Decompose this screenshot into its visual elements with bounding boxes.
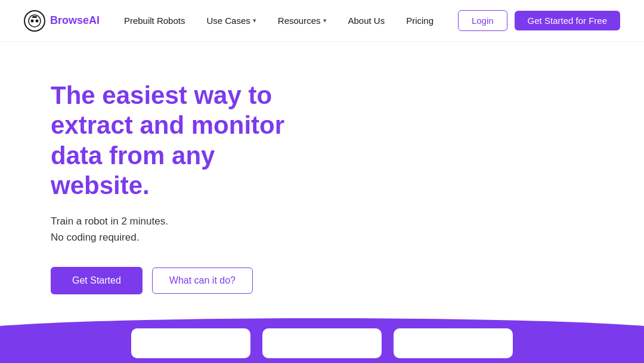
what-can-it-do-button[interactable]: What can it do? xyxy=(152,267,253,294)
purple-section: What your robot can do for you xyxy=(0,312,644,363)
nav-links: Prebuilt Robots Use Cases ▾ Resources ▾ … xyxy=(116,11,442,30)
nav-actions: Login Get Started for Free xyxy=(458,10,620,31)
logo-text: BrowseAI xyxy=(50,14,100,27)
svg-rect-4 xyxy=(32,16,37,18)
logo-icon xyxy=(24,10,45,32)
login-button[interactable]: Login xyxy=(458,10,507,31)
nav-resources[interactable]: Resources ▾ xyxy=(270,11,335,30)
hero-headline: The easiest way to extract and monitor d… xyxy=(51,81,301,201)
nav-prebuilt-robots[interactable]: Prebuilt Robots xyxy=(116,11,194,30)
chevron-down-icon: ▾ xyxy=(323,17,327,24)
chevron-down-icon: ▾ xyxy=(253,17,256,24)
nav-use-cases[interactable]: Use Cases ▾ xyxy=(198,11,264,30)
navbar: BrowseAI Prebuilt Robots Use Cases ▾ Res… xyxy=(0,0,644,42)
nav-pricing[interactable]: Pricing xyxy=(398,11,442,30)
svg-point-2 xyxy=(31,19,34,22)
curve-content: What your robot can do for you xyxy=(0,312,644,363)
hero-section: The easiest way to extract and monitor d… xyxy=(0,42,644,312)
hero-subtext: Train a robot in 2 minutes. No coding re… xyxy=(51,213,593,245)
nav-about-us[interactable]: About Us xyxy=(340,11,394,30)
get-started-hero-button[interactable]: Get Started xyxy=(51,267,143,294)
robot-card-2 xyxy=(262,328,382,358)
main-content: The easiest way to extract and monitor d… xyxy=(0,42,644,363)
robot-card-1 xyxy=(131,328,250,358)
robot-section-title: What your robot can do for you xyxy=(171,312,473,315)
page-wrapper: BrowseAI Prebuilt Robots Use Cases ▾ Res… xyxy=(0,0,644,363)
hero-buttons: Get Started What can it do? xyxy=(51,267,593,294)
svg-point-3 xyxy=(36,19,39,22)
robot-card-3 xyxy=(394,328,513,358)
robot-cards-row xyxy=(131,328,513,358)
get-started-nav-button[interactable]: Get Started for Free xyxy=(515,11,620,30)
logo[interactable]: BrowseAI xyxy=(24,10,100,32)
